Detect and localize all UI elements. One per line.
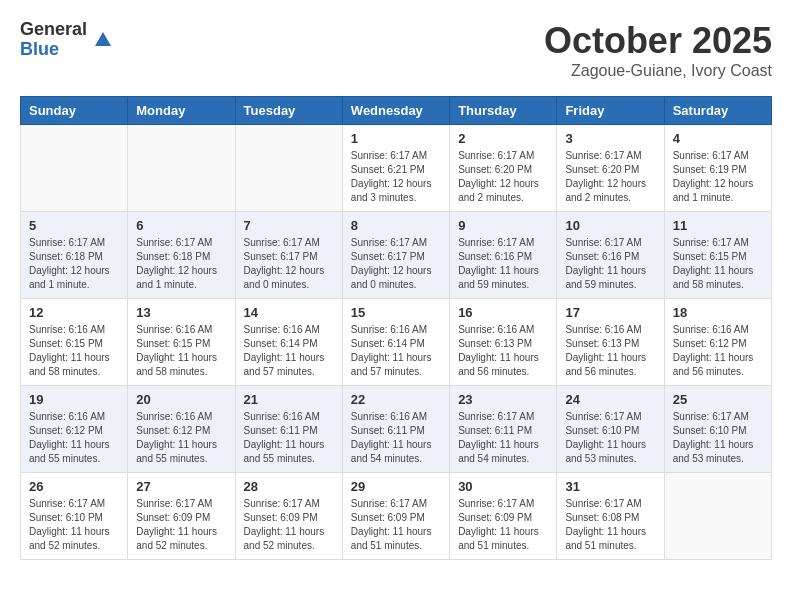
location-text: Zagoue-Guiane, Ivory Coast — [544, 62, 772, 80]
day-of-week-header: Sunday — [21, 97, 128, 125]
day-info: Sunrise: 6:17 AM Sunset: 6:15 PM Dayligh… — [673, 236, 763, 292]
calendar-day-cell: 2Sunrise: 6:17 AM Sunset: 6:20 PM Daylig… — [450, 125, 557, 212]
day-number: 31 — [565, 479, 655, 494]
day-number: 29 — [351, 479, 441, 494]
day-info: Sunrise: 6:16 AM Sunset: 6:11 PM Dayligh… — [351, 410, 441, 466]
calendar-week-row: 19Sunrise: 6:16 AM Sunset: 6:12 PM Dayli… — [21, 386, 772, 473]
day-info: Sunrise: 6:16 AM Sunset: 6:13 PM Dayligh… — [458, 323, 548, 379]
calendar-day-cell: 21Sunrise: 6:16 AM Sunset: 6:11 PM Dayli… — [235, 386, 342, 473]
calendar-day-cell: 15Sunrise: 6:16 AM Sunset: 6:14 PM Dayli… — [342, 299, 449, 386]
day-info: Sunrise: 6:17 AM Sunset: 6:17 PM Dayligh… — [351, 236, 441, 292]
calendar-day-cell: 6Sunrise: 6:17 AM Sunset: 6:18 PM Daylig… — [128, 212, 235, 299]
calendar-day-cell: 10Sunrise: 6:17 AM Sunset: 6:16 PM Dayli… — [557, 212, 664, 299]
calendar-day-cell: 17Sunrise: 6:16 AM Sunset: 6:13 PM Dayli… — [557, 299, 664, 386]
calendar-day-cell: 16Sunrise: 6:16 AM Sunset: 6:13 PM Dayli… — [450, 299, 557, 386]
day-info: Sunrise: 6:17 AM Sunset: 6:09 PM Dayligh… — [244, 497, 334, 553]
calendar-day-cell: 29Sunrise: 6:17 AM Sunset: 6:09 PM Dayli… — [342, 473, 449, 560]
day-of-week-header: Wednesday — [342, 97, 449, 125]
calendar-empty-cell — [128, 125, 235, 212]
day-number: 22 — [351, 392, 441, 407]
day-of-week-header: Thursday — [450, 97, 557, 125]
calendar-week-row: 26Sunrise: 6:17 AM Sunset: 6:10 PM Dayli… — [21, 473, 772, 560]
calendar-day-cell: 28Sunrise: 6:17 AM Sunset: 6:09 PM Dayli… — [235, 473, 342, 560]
calendar-day-cell: 25Sunrise: 6:17 AM Sunset: 6:10 PM Dayli… — [664, 386, 771, 473]
calendar-day-cell: 18Sunrise: 6:16 AM Sunset: 6:12 PM Dayli… — [664, 299, 771, 386]
title-section: October 2025 Zagoue-Guiane, Ivory Coast — [544, 20, 772, 80]
day-info: Sunrise: 6:17 AM Sunset: 6:09 PM Dayligh… — [351, 497, 441, 553]
logo-general-text: General — [20, 20, 87, 40]
calendar-table: SundayMondayTuesdayWednesdayThursdayFrid… — [20, 96, 772, 560]
calendar-week-row: 5Sunrise: 6:17 AM Sunset: 6:18 PM Daylig… — [21, 212, 772, 299]
day-info: Sunrise: 6:17 AM Sunset: 6:11 PM Dayligh… — [458, 410, 548, 466]
calendar-day-cell: 30Sunrise: 6:17 AM Sunset: 6:09 PM Dayli… — [450, 473, 557, 560]
calendar-header-row: SundayMondayTuesdayWednesdayThursdayFrid… — [21, 97, 772, 125]
day-number: 6 — [136, 218, 226, 233]
day-number: 2 — [458, 131, 548, 146]
calendar-day-cell: 9Sunrise: 6:17 AM Sunset: 6:16 PM Daylig… — [450, 212, 557, 299]
calendar-day-cell: 27Sunrise: 6:17 AM Sunset: 6:09 PM Dayli… — [128, 473, 235, 560]
day-info: Sunrise: 6:16 AM Sunset: 6:12 PM Dayligh… — [29, 410, 119, 466]
day-number: 27 — [136, 479, 226, 494]
calendar-empty-cell — [21, 125, 128, 212]
day-number: 20 — [136, 392, 226, 407]
day-number: 17 — [565, 305, 655, 320]
day-info: Sunrise: 6:17 AM Sunset: 6:18 PM Dayligh… — [136, 236, 226, 292]
day-info: Sunrise: 6:16 AM Sunset: 6:12 PM Dayligh… — [136, 410, 226, 466]
calendar-day-cell: 11Sunrise: 6:17 AM Sunset: 6:15 PM Dayli… — [664, 212, 771, 299]
day-number: 18 — [673, 305, 763, 320]
day-number: 21 — [244, 392, 334, 407]
calendar-day-cell: 23Sunrise: 6:17 AM Sunset: 6:11 PM Dayli… — [450, 386, 557, 473]
day-info: Sunrise: 6:17 AM Sunset: 6:09 PM Dayligh… — [136, 497, 226, 553]
day-info: Sunrise: 6:17 AM Sunset: 6:09 PM Dayligh… — [458, 497, 548, 553]
logo: General Blue — [20, 20, 115, 60]
calendar-day-cell: 26Sunrise: 6:17 AM Sunset: 6:10 PM Dayli… — [21, 473, 128, 560]
day-number: 5 — [29, 218, 119, 233]
day-number: 30 — [458, 479, 548, 494]
day-of-week-header: Monday — [128, 97, 235, 125]
day-of-week-header: Tuesday — [235, 97, 342, 125]
calendar-day-cell: 1Sunrise: 6:17 AM Sunset: 6:21 PM Daylig… — [342, 125, 449, 212]
day-info: Sunrise: 6:16 AM Sunset: 6:11 PM Dayligh… — [244, 410, 334, 466]
calendar-day-cell: 22Sunrise: 6:16 AM Sunset: 6:11 PM Dayli… — [342, 386, 449, 473]
calendar-empty-cell — [235, 125, 342, 212]
calendar-day-cell: 20Sunrise: 6:16 AM Sunset: 6:12 PM Dayli… — [128, 386, 235, 473]
day-info: Sunrise: 6:16 AM Sunset: 6:12 PM Dayligh… — [673, 323, 763, 379]
day-info: Sunrise: 6:17 AM Sunset: 6:17 PM Dayligh… — [244, 236, 334, 292]
day-number: 4 — [673, 131, 763, 146]
day-info: Sunrise: 6:16 AM Sunset: 6:15 PM Dayligh… — [136, 323, 226, 379]
calendar-day-cell: 24Sunrise: 6:17 AM Sunset: 6:10 PM Dayli… — [557, 386, 664, 473]
day-of-week-header: Saturday — [664, 97, 771, 125]
day-number: 16 — [458, 305, 548, 320]
day-number: 10 — [565, 218, 655, 233]
calendar-day-cell: 19Sunrise: 6:16 AM Sunset: 6:12 PM Dayli… — [21, 386, 128, 473]
day-number: 25 — [673, 392, 763, 407]
day-info: Sunrise: 6:17 AM Sunset: 6:18 PM Dayligh… — [29, 236, 119, 292]
calendar-day-cell: 14Sunrise: 6:16 AM Sunset: 6:14 PM Dayli… — [235, 299, 342, 386]
day-number: 12 — [29, 305, 119, 320]
calendar-empty-cell — [664, 473, 771, 560]
calendar-day-cell: 5Sunrise: 6:17 AM Sunset: 6:18 PM Daylig… — [21, 212, 128, 299]
calendar-day-cell: 31Sunrise: 6:17 AM Sunset: 6:08 PM Dayli… — [557, 473, 664, 560]
day-info: Sunrise: 6:17 AM Sunset: 6:10 PM Dayligh… — [29, 497, 119, 553]
day-info: Sunrise: 6:17 AM Sunset: 6:10 PM Dayligh… — [673, 410, 763, 466]
page-header: General Blue October 2025 Zagoue-Guiane,… — [20, 20, 772, 80]
day-number: 11 — [673, 218, 763, 233]
logo-icon — [91, 28, 115, 52]
day-number: 24 — [565, 392, 655, 407]
day-number: 3 — [565, 131, 655, 146]
day-info: Sunrise: 6:17 AM Sunset: 6:21 PM Dayligh… — [351, 149, 441, 205]
calendar-day-cell: 4Sunrise: 6:17 AM Sunset: 6:19 PM Daylig… — [664, 125, 771, 212]
day-number: 1 — [351, 131, 441, 146]
calendar-day-cell: 12Sunrise: 6:16 AM Sunset: 6:15 PM Dayli… — [21, 299, 128, 386]
day-info: Sunrise: 6:17 AM Sunset: 6:19 PM Dayligh… — [673, 149, 763, 205]
day-number: 26 — [29, 479, 119, 494]
month-title: October 2025 — [544, 20, 772, 62]
calendar-day-cell: 3Sunrise: 6:17 AM Sunset: 6:20 PM Daylig… — [557, 125, 664, 212]
day-of-week-header: Friday — [557, 97, 664, 125]
day-number: 28 — [244, 479, 334, 494]
day-number: 7 — [244, 218, 334, 233]
svg-marker-0 — [95, 32, 111, 46]
day-number: 15 — [351, 305, 441, 320]
logo-blue-text: Blue — [20, 40, 87, 60]
day-number: 9 — [458, 218, 548, 233]
